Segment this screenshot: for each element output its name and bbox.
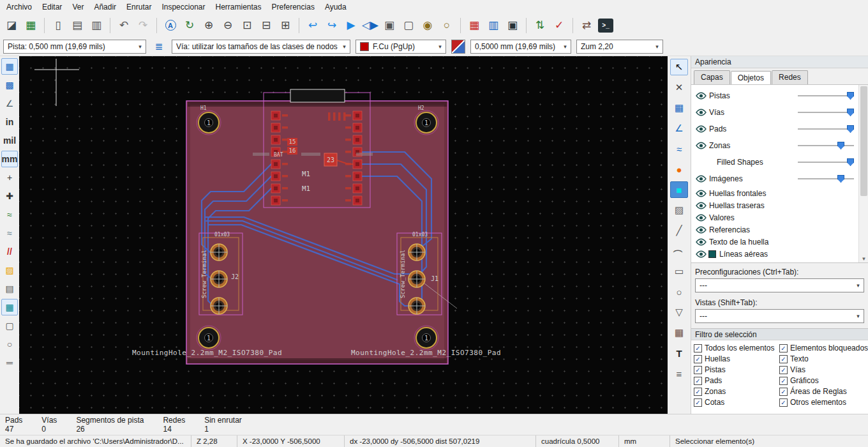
net-highlight-tool-icon[interactable]: ▦ (670, 100, 688, 116)
grid-select[interactable]: 0,5000 mm (19,69 mils) ▾ (470, 40, 571, 54)
hole-reference-h2[interactable]: H2 (418, 105, 424, 111)
opacity-slider[interactable] (798, 125, 854, 133)
units-inches-button[interactable]: in (1, 114, 18, 130)
visibility-eye-icon[interactable] (694, 175, 708, 183)
slider-thumb[interactable] (847, 158, 854, 166)
zoom-out-icon[interactable]: ⊖ (219, 17, 237, 34)
rule-area-icon[interactable]: ▨ (670, 202, 688, 218)
visibility-eye-icon[interactable] (694, 250, 708, 258)
module-value[interactable]: M1 (302, 185, 310, 193)
sketch-vias-icon[interactable]: ○ (1, 336, 18, 352)
checkbox[interactable]: ✓ (779, 388, 788, 396)
flip-view-icon[interactable]: ◁▶ (361, 17, 379, 34)
text-tool-icon[interactable]: T (670, 345, 688, 361)
opacity-slider[interactable] (798, 91, 854, 100)
ratsnest-visibility-icon[interactable]: ≈ (1, 206, 18, 223)
nav-forward-icon[interactable]: ↪ (323, 17, 341, 34)
zoom-selection-icon[interactable]: ⊞ (276, 17, 294, 34)
checkbox[interactable]: ✓ (694, 398, 702, 407)
views-select[interactable]: --- ▾ (695, 309, 864, 323)
checkbox[interactable]: ✓ (779, 377, 788, 385)
filter-texto[interactable]: ✓Texto (779, 354, 868, 363)
lock-icon[interactable]: ◉ (419, 17, 437, 34)
layer-select[interactable]: F.Cu (PgUp) ▾ (355, 40, 446, 54)
polar-coords-icon[interactable]: ∠ (1, 95, 18, 112)
footprint-editor-icon[interactable]: ▦ (465, 17, 483, 34)
board-setup-icon[interactable]: ▦ (22, 17, 40, 34)
filter-pads[interactable]: ✓Pads (694, 376, 779, 385)
slider-thumb[interactable] (847, 109, 854, 116)
slider-thumb[interactable] (837, 175, 844, 183)
route-tracks-icon[interactable]: ∠ (670, 120, 688, 137)
filter-areas-de-reglas[interactable]: ✓Áreas de Reglas (779, 387, 868, 396)
filter-elementos-bloqueados[interactable]: ✓Elementos bloqueados (779, 344, 868, 352)
scrollbar[interactable]: ▼ (858, 85, 868, 262)
visibility-eye-icon[interactable] (694, 226, 708, 234)
cursor-full-cross-icon[interactable]: ✚ (1, 188, 18, 204)
filter-vias[interactable]: ✓Vías (779, 365, 868, 374)
rectangle-tool-icon[interactable]: ▭ (670, 263, 688, 280)
grid-dots-icon[interactable]: ▩ (1, 77, 18, 93)
circle-tool-icon[interactable]: ○ (670, 284, 688, 300)
zoom-select[interactable]: Zum 2,20 ▾ (576, 40, 663, 54)
checkbox[interactable]: ✓ (694, 344, 702, 352)
filter-huellas[interactable]: ✓Huellas (694, 354, 779, 363)
checkbox[interactable]: ✓ (779, 355, 788, 363)
find-icon[interactable]: A (161, 17, 179, 34)
units-mils-button[interactable]: mil (1, 132, 18, 149)
presets-select[interactable]: --- ▾ (695, 278, 864, 292)
visibility-eye-icon[interactable] (694, 92, 708, 100)
save-icon[interactable]: ◪ (3, 17, 20, 34)
menu-archivo[interactable]: Archivo (1, 1, 37, 13)
ratsnest-curved-icon[interactable]: ≈ (1, 225, 18, 241)
dim-layers-icon[interactable]: ▤ (1, 280, 18, 297)
terminal-pads-left[interactable] (211, 244, 227, 314)
undo-icon[interactable]: ↶ (115, 17, 133, 34)
update-pcb-icon[interactable]: ⇅ (531, 17, 549, 34)
opacity-slider[interactable] (798, 174, 854, 183)
checkbox[interactable]: ✓ (779, 344, 788, 352)
hole-reference-h1[interactable]: H1 (200, 105, 207, 111)
pcb-canvas[interactable]: 15 16 23 BAT M1 M1 1 1 (19, 56, 668, 414)
mounting-hole[interactable]: 1 (197, 110, 221, 135)
menu-editar[interactable]: Editar (37, 1, 67, 13)
terminal-left-reference[interactable]: J2 (231, 273, 239, 280)
sketch-tracks-icon[interactable]: ═ (1, 354, 18, 371)
mounting-hole-label-left[interactable]: MountingHole_2.2mm_M2_ISO7380_Pad (132, 349, 282, 357)
refresh-icon[interactable]: ↻ (181, 17, 198, 34)
checkbox[interactable]: ✓ (779, 366, 788, 374)
filter-pistas[interactable]: ✓Pistas (694, 365, 779, 374)
mounting-hole[interactable]: 1 (414, 326, 438, 350)
tab-capas[interactable]: Capas (694, 70, 730, 84)
visibility-eye-icon[interactable] (694, 109, 708, 116)
checkbox[interactable]: ✓ (694, 388, 702, 396)
filter-zonas[interactable]: ✓Zonas (694, 387, 779, 396)
arc-tool-icon[interactable]: ( (671, 242, 687, 260)
via-size-select[interactable]: Vía: utilizar los tamaños de las clases … (172, 40, 350, 54)
checkbox[interactable]: ✓ (694, 377, 702, 385)
drc-icon[interactable]: ✓ (550, 17, 568, 34)
filter-graficos[interactable]: ✓Gráficos (779, 376, 868, 385)
checkbox[interactable]: ✓ (779, 398, 788, 407)
slider-thumb[interactable] (847, 125, 854, 133)
print-icon[interactable]: ▤ (68, 17, 86, 34)
cross-probe-icon[interactable]: ⇄ (578, 17, 595, 34)
cursor-cross-icon[interactable]: + (1, 169, 18, 186)
local-ratsnest-icon[interactable]: ✕ (670, 79, 688, 96)
footprint-browser-icon[interactable]: ▥ (484, 17, 502, 34)
terminal-pads-right[interactable] (408, 244, 425, 314)
scrollbar-down-arrow[interactable]: ▼ (859, 256, 868, 262)
grid-visibility-icon[interactable]: ▦ (1, 58, 18, 75)
zoom-fit-icon[interactable]: ⊡ (238, 17, 256, 34)
menu-enrutar[interactable]: Enrutar (121, 1, 156, 13)
page-settings-icon[interactable]: ▯ (49, 17, 67, 34)
add-via-icon[interactable]: ● (670, 161, 688, 178)
menu-ayuda[interactable]: Ayuda (320, 1, 352, 13)
plot-icon[interactable]: ▥ (87, 17, 105, 34)
diff-pair-icon[interactable]: ≈ (670, 140, 688, 157)
redo-icon[interactable]: ↷ (134, 17, 152, 34)
visibility-eye-icon[interactable] (694, 142, 708, 149)
mounting-hole-label-right[interactable]: MountingHole_2.2mm_M2_ISO7380_Pad (351, 349, 501, 357)
line-tool-icon[interactable]: ╱ (670, 222, 688, 239)
polygon-tool-icon[interactable]: ▽ (670, 304, 688, 321)
